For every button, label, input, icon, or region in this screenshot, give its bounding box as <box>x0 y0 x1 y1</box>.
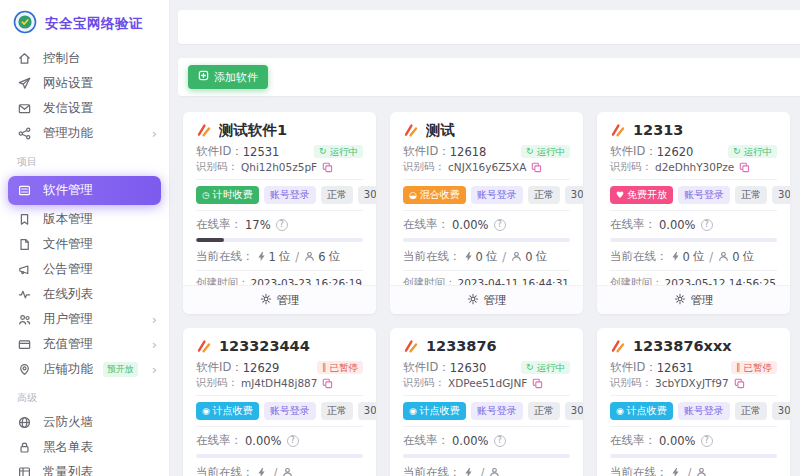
copy-icon[interactable] <box>322 162 333 173</box>
state-tag: 正常 <box>528 186 560 204</box>
online-rate-progressbar <box>196 238 363 242</box>
sidebar-item-software-management[interactable]: 软件管理 <box>8 176 161 205</box>
sidebar: 安全宝网络验证 控制台 网站设置 发信设置 管理功能 › 项目 软件管理 版本管… <box>0 0 170 476</box>
slash-separator: / <box>688 466 692 476</box>
online-rate-label: 在线率： <box>196 433 242 448</box>
help-icon[interactable]: ? <box>287 435 299 447</box>
tag-row: ◒混合收费 账号登录 正常 300秒 <box>403 186 570 204</box>
sidebar-item-recharge-management[interactable]: 充值管理 › <box>0 332 169 357</box>
sidebar-item-constant-list[interactable]: 常量列表 <box>0 460 169 476</box>
slash-separator: / <box>295 250 299 264</box>
gear-icon <box>467 293 479 308</box>
sidebar-item-label: 充值管理 <box>43 336 142 353</box>
gear-icon <box>260 293 272 308</box>
manage-button[interactable]: 管理 <box>597 285 790 314</box>
software-title: 12313 <box>633 122 683 138</box>
copy-icon[interactable] <box>322 378 333 389</box>
megaphone-icon <box>17 262 33 278</box>
fee-tag-label: 计时收费 <box>213 190 253 200</box>
software-id-value: 12630 <box>450 361 487 375</box>
software-title: 1233876xxx <box>633 338 732 354</box>
status-badge: ↻运行中 <box>521 361 570 375</box>
sidebar-item-announcement-management[interactable]: 公告管理 <box>0 257 169 282</box>
online-rate-progressbar <box>610 454 777 458</box>
divider <box>610 395 777 396</box>
add-software-button[interactable]: 添加软件 <box>188 65 268 89</box>
person-icon <box>718 251 729 262</box>
manage-button[interactable]: 管理 <box>390 285 583 314</box>
divider <box>610 179 777 180</box>
copy-icon[interactable] <box>531 162 542 173</box>
login-mode-tag: 账号登录 <box>471 402 523 420</box>
sidebar-item-admin-functions[interactable]: 管理功能 › <box>0 121 169 146</box>
help-icon[interactable]: ? <box>701 219 713 231</box>
online-rate-label: 在线率： <box>403 433 449 448</box>
code-label: 识别码： <box>610 376 652 390</box>
sync-icon: ↻ <box>319 147 327 156</box>
online-active-count: 1 <box>269 250 276 264</box>
sidebar-item-file-management[interactable]: 文件管理 <box>0 232 169 257</box>
progress-fill <box>196 238 224 242</box>
copy-icon[interactable] <box>734 378 745 389</box>
sidebar-item-online-list[interactable]: 在线列表 <box>0 282 169 307</box>
bolt-icon <box>464 467 473 476</box>
online-rate-progressbar <box>403 238 570 242</box>
pause-icon: ∥ <box>322 363 327 372</box>
sync-icon: ↻ <box>733 147 741 156</box>
fee-tag-label: 计点收费 <box>627 406 667 416</box>
software-title: 123323444 <box>219 338 310 354</box>
sidebar-item-blacklist[interactable]: 黑名单表 <box>0 435 169 460</box>
fee-tag: ◉计点收费 <box>196 402 259 420</box>
sidebar-item-mail-settings[interactable]: 发信设置 <box>0 96 169 121</box>
sidebar-item-user-management[interactable]: 用户管理 › <box>0 307 169 332</box>
software-id-value: 12531 <box>243 145 280 159</box>
fee-tag: ♥免费开放 <box>610 186 673 204</box>
help-icon[interactable]: ? <box>494 219 506 231</box>
divider <box>403 395 570 396</box>
login-mode-tag: 账号登录 <box>678 402 730 420</box>
divider <box>196 426 363 427</box>
unit-label: 位 <box>693 249 705 264</box>
online-rate-label: 在线率： <box>403 217 449 232</box>
sidebar-item-version-management[interactable]: 版本管理 <box>0 207 169 232</box>
divider <box>403 210 570 211</box>
login-mode-tag: 账号登录 <box>678 186 730 204</box>
code-value: d2eDhhY30Pze <box>655 161 734 173</box>
app-logo-row[interactable]: 安全宝网络验证 <box>0 0 169 44</box>
sidebar-item-console[interactable]: 控制台 <box>0 46 169 71</box>
mail-icon <box>17 101 33 117</box>
list-icon <box>17 183 33 199</box>
heartbeat-tag: 300秒 <box>565 402 583 420</box>
manage-button[interactable]: 管理 <box>183 285 376 314</box>
sidebar-nav: 控制台 网站设置 发信设置 管理功能 › 项目 软件管理 版本管理 文件管理 <box>0 44 169 476</box>
sidebar-item-label: 在线列表 <box>43 286 157 303</box>
online-rate-label: 在线率： <box>610 217 656 232</box>
help-icon[interactable]: ? <box>701 435 713 447</box>
online-rate-label: 在线率： <box>196 217 242 232</box>
tag-row: ◷计时收费 账号登录 正常 300秒 <box>196 186 363 204</box>
code-value: XDPee51dGJNF <box>448 377 527 389</box>
sidebar-item-shop-functions[interactable]: 店铺功能 预开放 › <box>0 357 169 382</box>
sidebar-item-label: 文件管理 <box>43 236 157 253</box>
copy-icon[interactable] <box>739 162 750 173</box>
pause-icon: ∥ <box>736 363 741 372</box>
unit-label: 位 <box>536 249 548 264</box>
sidebar-item-label: 软件管理 <box>43 182 153 199</box>
status-badge: ∥已暂停 <box>317 361 363 375</box>
help-icon[interactable]: ? <box>276 219 288 231</box>
software-id-label: 软件ID： <box>196 360 243 375</box>
online-rate-value: 0.00% <box>245 434 282 448</box>
online-active-count: 0 <box>683 250 690 264</box>
current-online-label: 当前在线： <box>403 249 461 264</box>
sidebar-item-label: 常量列表 <box>43 464 157 476</box>
help-icon[interactable]: ? <box>494 435 506 447</box>
bookmark-icon <box>17 212 33 228</box>
sidebar-item-site-settings[interactable]: 网站设置 <box>0 71 169 96</box>
heartbeat-tag: 300秒 <box>772 186 790 204</box>
software-id-value: 12631 <box>657 361 694 375</box>
sidebar-item-label: 网站设置 <box>43 75 157 92</box>
status-text: 运行中 <box>744 147 773 157</box>
sidebar-item-cloud-firewall[interactable]: 云防火墙 <box>0 410 169 435</box>
copy-icon[interactable] <box>532 378 543 389</box>
heartbeat-tag: 300秒 <box>358 402 376 420</box>
